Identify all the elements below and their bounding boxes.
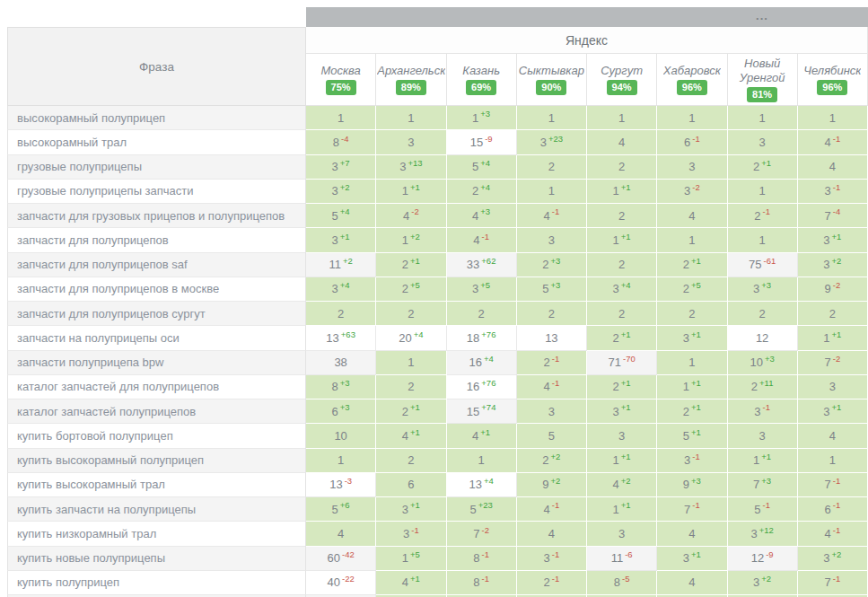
position-cell[interactable]: 3+1 [657,547,727,571]
position-cell[interactable]: 1+1 [587,228,657,252]
position-cell[interactable]: 4+1 [447,424,517,448]
position-cell[interactable]: 16+4 [447,351,517,375]
position-cell[interactable]: 2-1 [517,351,587,375]
position-cell[interactable]: 4+1 [376,571,446,595]
position-cell[interactable]: 4-1 [517,204,587,228]
position-cell[interactable]: 6-1 [657,130,727,154]
position-cell[interactable]: 2+1 [376,253,446,277]
phrase-cell[interactable]: каталог запчастей полуприцепов [7,399,306,424]
phrase-cell[interactable]: запчасти для полуприцепов saf [7,253,306,277]
position-cell[interactable]: 1 [657,106,727,130]
position-cell[interactable]: 5+1 [657,424,727,448]
position-cell[interactable]: 3+13 [376,155,446,180]
position-cell[interactable]: 4-1 [798,130,868,154]
position-cell[interactable]: 5+6 [306,497,376,522]
position-cell[interactable]: 1+2 [376,228,446,252]
position-cell[interactable]: 1 [376,351,446,375]
position-cell[interactable]: 5-1 [728,497,798,522]
position-cell[interactable]: 10 [306,424,376,448]
city-header[interactable]: Сыктывкар90% [517,54,587,106]
position-cell[interactable]: 13-3 [306,473,376,497]
phrase-cell[interactable]: купить низкорамный трал [7,522,306,546]
position-cell[interactable]: 7-1 [657,497,727,522]
position-cell[interactable]: 3 [517,399,587,424]
position-cell[interactable]: 4+3 [447,204,517,228]
position-cell[interactable]: 1 [587,106,657,130]
position-cell[interactable]: 40-22 [306,571,376,595]
position-cell[interactable]: 3+2 [306,180,376,204]
position-cell[interactable]: 8-1 [447,547,517,571]
position-cell[interactable]: 4 [657,571,727,595]
position-cell[interactable]: 2+5 [376,277,446,302]
position-cell[interactable]: 2 [657,302,727,326]
position-cell[interactable]: 4 [798,155,868,180]
position-cell[interactable]: 2+1 [657,399,727,424]
position-cell[interactable]: 4 [657,522,727,546]
position-cell[interactable]: 2 [376,375,446,399]
position-cell[interactable]: 71-70 [587,351,657,375]
phrase-cell[interactable]: купить высокорамный полуприцеп [7,449,306,473]
position-cell[interactable]: 12-9 [728,547,798,571]
position-cell[interactable]: 3 [728,130,798,154]
position-cell[interactable]: 2 [587,155,657,180]
position-cell[interactable]: 3 [657,155,727,180]
position-cell[interactable]: 3+12 [728,522,798,546]
position-cell[interactable]: 6+3 [306,399,376,424]
position-cell[interactable]: 5+4 [447,155,517,180]
position-cell[interactable]: 2 [517,155,587,180]
position-cell[interactable]: 3+1 [306,228,376,252]
position-cell[interactable]: 4 [657,204,727,228]
position-cell[interactable]: 4-1 [798,522,868,546]
position-cell[interactable]: 1+1 [728,449,798,473]
position-cell[interactable]: 6-1 [798,497,868,522]
position-cell[interactable]: 3+1 [376,497,446,522]
position-cell[interactable]: 3 [587,424,657,448]
position-cell[interactable]: 3+1 [587,399,657,424]
position-cell[interactable]: 5+3 [517,277,587,302]
city-header[interactable]: Новый Уренгой81% [728,54,798,106]
phrase-cell[interactable]: запчасти для полуприцепов [7,228,306,252]
position-cell[interactable]: 4-1 [447,228,517,252]
position-cell[interactable]: 12 [728,326,798,350]
position-cell[interactable]: 3+23 [517,130,587,154]
position-cell[interactable]: 3-1 [517,547,587,571]
position-cell[interactable]: 7-2 [798,351,868,375]
position-cell[interactable]: 9+3 [657,473,727,497]
position-cell[interactable]: 9-2 [798,277,868,302]
position-cell[interactable]: 2 [587,204,657,228]
position-cell[interactable]: 13+63 [306,326,376,350]
position-cell[interactable]: 5 [517,424,587,448]
position-cell[interactable]: 8+3 [306,375,376,399]
position-cell[interactable]: 1 [798,449,868,473]
position-cell[interactable]: 1+1 [587,180,657,204]
position-cell[interactable]: 1+3 [447,106,517,130]
position-cell[interactable]: 7-4 [798,204,868,228]
position-cell[interactable]: 4 [587,130,657,154]
phrase-cell[interactable]: купить бортовой полуприцеп [7,424,306,448]
phrase-cell[interactable]: высокорамный полуприцеп [7,106,306,130]
position-cell[interactable]: 75-61 [728,253,798,277]
position-cell[interactable]: 3+2 [798,547,868,571]
position-cell[interactable]: 3+2 [798,253,868,277]
phrase-cell[interactable]: запчасти на полуприцепы оси [7,326,306,350]
position-cell[interactable]: 3-1 [728,399,798,424]
city-header[interactable]: Хабаровск96% [657,54,727,106]
position-cell[interactable]: 2 [587,253,657,277]
position-cell[interactable]: 4 [517,522,587,546]
position-cell[interactable]: 4-2 [376,204,446,228]
position-cell[interactable]: 2 [376,449,446,473]
position-cell[interactable]: 2+1 [376,399,446,424]
position-cell[interactable]: 2 [376,302,446,326]
position-cell[interactable]: 16+76 [447,375,517,399]
phrase-cell[interactable]: купить запчасти на полуприцепы [7,497,306,522]
position-cell[interactable]: 3+2 [728,571,798,595]
position-cell[interactable]: 1 [306,449,376,473]
phrase-cell[interactable]: высокорамный трал [7,130,306,154]
position-cell[interactable]: 33+62 [447,253,517,277]
position-cell[interactable]: 2 [728,302,798,326]
phrase-cell[interactable]: запчасти для полуприцепов сургут [7,302,306,326]
position-cell[interactable]: 5+4 [306,204,376,228]
position-cell[interactable]: 10+3 [728,351,798,375]
position-cell[interactable]: 3+5 [447,277,517,302]
position-cell[interactable]: 4+1 [376,424,446,448]
